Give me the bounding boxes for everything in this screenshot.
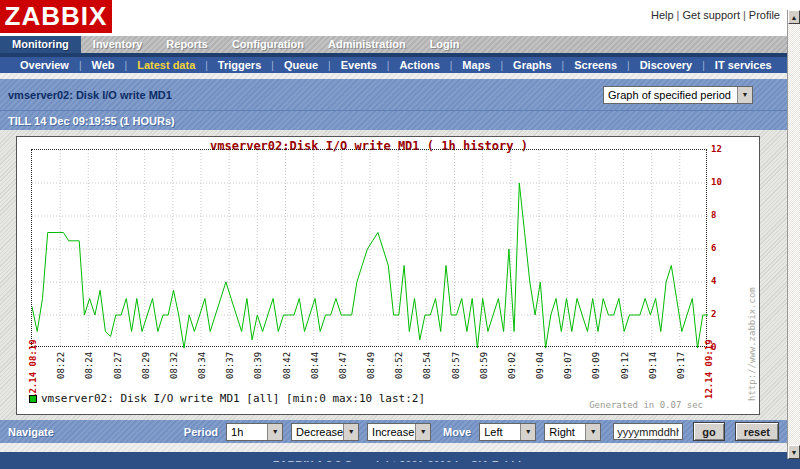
x-tick-label: 08:49 [366,352,376,379]
graph-title: vmserver02: Disk I/O write MD1 [8,89,172,101]
y-tick-label: 4 [711,276,716,286]
menu-tab-login[interactable]: Login [418,36,472,53]
x-tick-label: 08:47 [338,352,348,379]
top-link-help[interactable]: Help [651,9,674,21]
time-range-text: TILL 14 Dec 09:19:55 (1 HOURs) [8,115,175,127]
navigate-bar: Navigate Period 1h ▼ Decrease ▼ Increase… [0,420,787,443]
move-right-select[interactable]: Right ▼ [544,423,601,441]
x-tick-label: 08:42 [282,352,292,379]
link-separator: | [677,9,680,21]
period-label: Period [184,426,218,438]
link-separator: | [743,9,746,21]
x-tick-label: 08:37 [225,352,235,379]
date-input[interactable] [613,423,683,440]
x-tick-label: 09:12 [620,352,630,379]
reset-button[interactable]: reset [735,422,779,441]
chevron-down-icon[interactable]: ▼ [267,424,282,440]
submenu-link-web[interactable]: Web [82,59,125,71]
x-tick-label: 08:57 [451,352,461,379]
top-links: Help|Get support|Profile [651,9,780,21]
x-tick-label: 12.14 09:19 [704,339,714,399]
submenu-link-queue[interactable]: Queue [274,59,328,71]
x-tick-label: 12.14 08:19 [28,339,38,399]
menu-tab-inventory[interactable]: Inventory [81,36,155,53]
submenu-link-graphs[interactable]: Graphs [503,59,562,71]
x-tick-label: 08:24 [84,352,94,379]
x-tick-label: 08:32 [169,352,179,379]
chevron-down-icon[interactable]: ▼ [415,424,430,440]
top-bar: ZABBIX Help|Get support|Profile [0,0,800,36]
sub-menu: Overview|Web|Latest data|Triggers|Queue|… [0,57,787,73]
submenu-link-screens[interactable]: Screens [564,59,627,71]
x-tick-label: 08:22 [56,352,66,379]
plot-area[interactable] [31,149,707,347]
zabbix-page: ZABBIX Help|Get support|Profile Monitori… [0,0,800,469]
y-tick-label: 6 [711,243,716,253]
scroll-up-icon[interactable]: ▲ [788,10,800,24]
period-select[interactable]: 1h ▼ [226,423,283,441]
vertical-scrollbar[interactable]: ▲ ▼ [787,10,800,459]
x-tick-label: 09:07 [563,352,573,379]
y-tick-label: 8 [711,210,716,220]
menu-tab-reports[interactable]: Reports [154,36,220,53]
x-tick-label: 08:54 [422,352,432,379]
menu-tab-monitoring[interactable]: Monitoring [0,36,81,53]
footer-bar: ZABBIX 1.8.3 Copyright 2001-2010 by SIA … [0,452,800,469]
submenu-link-discovery[interactable]: Discovery [630,59,703,71]
x-tick-label: 09:04 [535,352,545,379]
x-tick-label: 08:59 [479,352,489,379]
x-tick-label: 08:34 [197,352,207,379]
x-tick-label: 09:09 [591,352,601,379]
main-menu: MonitoringInventoryReportsConfigurationA… [0,36,787,53]
content-area: vmserver02:Disk I/O write MD1 ( 1h histo… [0,130,787,420]
graph-type-select[interactable]: Graph of specified period ▼ [603,86,753,104]
go-button[interactable]: go [693,422,724,441]
time-range-bar: TILL 14 Dec 09:19:55 (1 HOURs) [0,110,787,130]
decrease-select[interactable]: Decrease ▼ [291,423,359,441]
x-tick-label: 08:29 [141,352,151,379]
y-tick-label: 10 [711,177,722,187]
submenu-link-latest-data[interactable]: Latest data [127,59,205,71]
top-link-profile[interactable]: Profile [749,9,780,21]
submenu-link-overview[interactable]: Overview [10,59,79,71]
x-tick-label: 08:39 [253,352,263,379]
x-tick-label: 08:44 [310,352,320,379]
move-right-select-value: Right [545,426,585,438]
menu-tab-administration[interactable]: Administration [316,36,418,53]
chevron-down-icon[interactable]: ▼ [585,424,600,440]
zabbix-watermark: http://www.zabbix.com [747,157,757,401]
increase-select[interactable]: Increase ▼ [367,423,431,441]
legend-text: vmserver02: Disk I/O write MD1 [all] [mi… [41,392,425,405]
top-link-get-support[interactable]: Get support [682,9,739,21]
move-left-select[interactable]: Left ▼ [479,423,536,441]
decrease-select-value: Decrease [292,426,343,438]
submenu-link-maps[interactable]: Maps [452,59,500,71]
menu-tab-configuration[interactable]: Configuration [220,36,316,53]
divider-strip-bottom [0,443,787,452]
graph-container: vmserver02:Disk I/O write MD1 ( 1h histo… [16,136,760,415]
submenu-link-events[interactable]: Events [331,59,387,71]
x-tick-label: 09:14 [648,352,658,379]
period-select-value: 1h [227,426,267,438]
graph-title-bar: vmserver02: Disk I/O write MD1 Graph of … [0,79,787,110]
legend-row: vmserver02: Disk I/O write MD1 [all] [mi… [29,392,425,405]
legend-swatch [29,395,37,403]
navigate-label: Navigate [8,426,54,438]
y-tick-label: 2 [711,309,716,319]
chevron-down-icon[interactable]: ▼ [343,424,358,440]
x-tick-label: 08:27 [113,352,123,379]
y-tick-label: 12 [711,144,722,154]
chevron-down-icon[interactable]: ▼ [520,424,535,440]
submenu-link-actions[interactable]: Actions [389,59,449,71]
move-label: Move [443,426,471,438]
chevron-down-icon[interactable]: ▼ [737,87,752,103]
footer-text: ZABBIX 1.8.3 Copyright 2001-2010 by SIA … [273,459,528,462]
footer-clip: ZABBIX 1.8.3 Copyright 2001-2010 by SIA … [0,455,800,462]
submenu-link-triggers[interactable]: Triggers [208,59,271,71]
graph-type-select-value: Graph of specified period [604,89,737,101]
x-tick-label: 09:17 [676,352,686,379]
submenu-link-it-services[interactable]: IT services [705,59,782,71]
x-tick-label: 09:02 [507,352,517,379]
generated-time: Generated in 0.07 sec [589,400,703,410]
scroll-down-icon[interactable]: ▼ [788,445,800,459]
